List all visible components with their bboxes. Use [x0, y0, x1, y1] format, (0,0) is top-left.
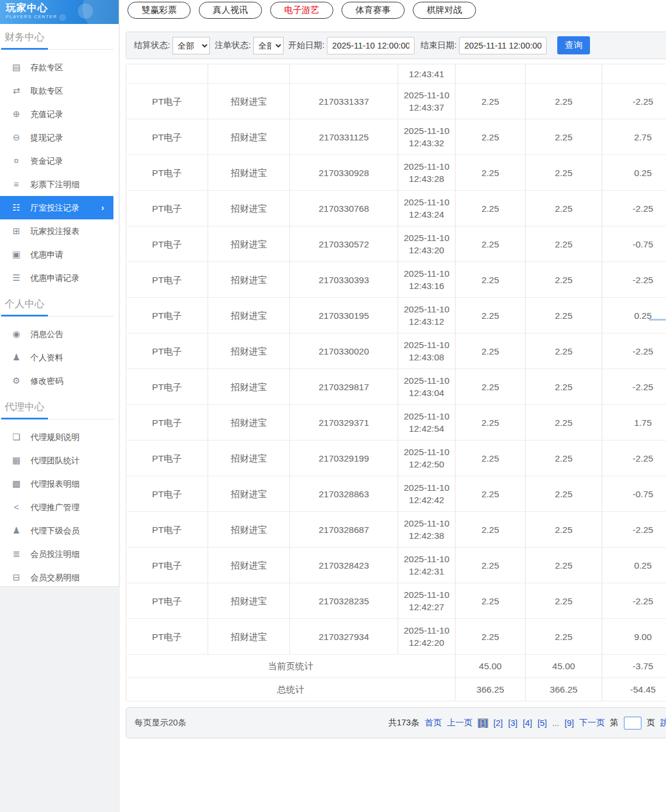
member-bet-detail-icon: ≣ [12, 542, 21, 566]
header-decoration-circle [78, 4, 93, 19]
table-row: PT电子招财进宝21703288632025-11-1012:42:422.25… [126, 476, 666, 512]
sidebar-item-members[interactable]: ♟代理下级会员 [0, 519, 119, 542]
cell-game-type: PT电子 [126, 619, 208, 655]
tab-电子游艺[interactable]: 电子游艺 [270, 2, 333, 19]
time-clock: 12:43:32 [398, 137, 455, 149]
cell-valid-bet: 2.25 [526, 262, 602, 298]
withdrawal-record-icon: ⊖ [12, 126, 21, 149]
sidebar-item-label: 消息公告 [30, 329, 63, 339]
sidebar-item-withdrawal-record[interactable]: ⊖提现记录 [0, 126, 119, 149]
time-clock: 12:42:50 [398, 458, 455, 470]
time-date: 2025-11-10 [398, 517, 455, 529]
time-date: 2025-11-10 [398, 89, 455, 101]
settle-status-label: 结算状态: [134, 40, 170, 51]
cell-order-no: 2170328235 [290, 583, 398, 619]
cell-time: 2025-11-1012:42:42 [398, 476, 455, 512]
tab-真人视讯[interactable]: 真人视讯 [199, 2, 262, 19]
sidebar-section-underline [0, 418, 114, 419]
cell-game-name: 招财进宝 [208, 369, 290, 405]
pagination-controls: 共173条首页上一页[1][2][3][4][5]...[9]下一页第页跳转 [388, 717, 666, 730]
cell-profit: -2.25 [602, 369, 666, 405]
cell-time: 2025-11-1012:42:50 [398, 441, 455, 476]
sidebar-item-team-stats[interactable]: ▦代理团队统计 [0, 449, 119, 472]
time-clock: 12:43:04 [398, 387, 455, 399]
cell-profit: 1.75 [602, 405, 666, 441]
cell-game-type: PT电子 [126, 262, 208, 298]
sidebar-item-label: 代理规则说明 [30, 432, 80, 442]
sidebar-item-deposit-card[interactable]: ▤存款专区 [0, 56, 119, 79]
sidebar-sections: 财务中心▤存款专区⇄取款专区⊕充值记录⊖提现记录¤资金记录≡彩票下注明细☷厅室投… [0, 24, 119, 590]
query-button[interactable]: 查询 [557, 36, 590, 54]
pagination-page-link[interactable]: [3] [508, 718, 517, 728]
pagination-nav-link[interactable]: 上一页 [447, 717, 472, 728]
cell-time: 2025-11-1012:42:54 [398, 405, 455, 441]
sidebar-item-label: 玩家投注报表 [30, 226, 80, 236]
start-date-input[interactable] [327, 37, 415, 54]
team-stats-icon: ▦ [12, 449, 21, 472]
sidebar-item-bell[interactable]: ◉消息公告 [0, 322, 119, 346]
sidebar-item-promo-apply[interactable]: ▣优惠申请 [0, 243, 119, 266]
main-content: 雙赢彩票真人视讯电子游艺体育赛事棋牌对战 结算状态: 全部 注单状态: 全部 开… [120, 0, 666, 812]
tab-棋牌对战[interactable]: 棋牌对战 [413, 2, 476, 19]
cell-order-no: 2170331125 [290, 119, 398, 155]
sidebar-item-recharge-record[interactable]: ⊕充值记录 [0, 102, 119, 126]
sidebar-item-hall-bet-record[interactable]: ☷厅室投注记录› [0, 196, 113, 219]
tab-体育赛事[interactable]: 体育赛事 [341, 2, 405, 19]
cell-bet: 2.25 [455, 298, 526, 333]
pagination-page-link[interactable]: [5] [537, 718, 547, 728]
cell-game-type: PT电子 [126, 119, 208, 155]
sidebar-item-label: 取款专区 [30, 86, 63, 95]
sidebar-item-label: 彩票下注明细 [30, 180, 80, 189]
sidebar-item-player-bet-report[interactable]: ⊞玩家投注报表 [0, 219, 119, 243]
sidebar-item-profile-person[interactable]: ♟个人资料 [0, 346, 119, 369]
cell-bet: 2.25 [455, 548, 526, 583]
sidebar-item-member-trade-detail[interactable]: ⊟会员交易明细 [0, 566, 119, 589]
end-date-input[interactable] [459, 37, 547, 54]
time-clock: 12:42:31 [398, 565, 455, 577]
cell-game-type: PT电子 [126, 155, 208, 191]
sidebar-item-promo-apply-record[interactable]: ☰优惠申请记录 [0, 266, 119, 290]
pagination-page-link[interactable]: [2] [494, 718, 503, 728]
sidebar-item-funds-record[interactable]: ¤资金记录 [0, 149, 119, 173]
sidebar-item-list: ❏代理规则说明▦代理团队统计▩代理报表明细<代理推广管理♟代理下级会员≣会员投注… [0, 419, 119, 590]
page-jump-button[interactable]: 跳转 [660, 717, 666, 728]
pagination-page-link[interactable]: [4] [523, 718, 532, 728]
sidebar-item-label: 会员投注明细 [30, 549, 80, 559]
sidebar-item-report-detail[interactable]: ▩代理报表明细 [0, 472, 119, 496]
cell-profit: -2.25 [602, 262, 666, 298]
sidebar-item-gear[interactable]: ⚙修改密码 [0, 369, 119, 393]
cell-game-type: PT电子 [126, 583, 208, 619]
horizontal-scrollbar-thumb[interactable] [649, 319, 666, 321]
settle-status-select[interactable]: 全部 [172, 37, 210, 54]
sidebar-item-label: 厅室投注记录 [30, 203, 80, 212]
cell-order-no: 2170331337 [290, 84, 398, 119]
sidebar-item-label: 优惠申请记录 [30, 273, 80, 283]
pagination-nav-link[interactable]: 首页 [425, 717, 441, 728]
cell-profit: -2.25 [602, 191, 666, 226]
table-row: PT电子招财进宝21703291992025-11-1012:42:502.25… [126, 441, 666, 476]
cell-valid-bet: 2.25 [526, 119, 602, 155]
order-status-select[interactable]: 全部 [253, 37, 284, 54]
pagination-page-link[interactable]: [9] [564, 718, 574, 728]
sidebar-item-member-bet-detail[interactable]: ≣会员投注明细 [0, 542, 119, 566]
cell-profit: -2.25 [602, 512, 666, 548]
sidebar-item-lottery-bet-detail[interactable]: ≡彩票下注明细 [0, 173, 119, 196]
time-clock: 12:43:16 [398, 280, 455, 292]
sidebar-item-document[interactable]: ❏代理规则说明 [0, 425, 119, 449]
tab-雙赢彩票[interactable]: 雙赢彩票 [127, 2, 191, 19]
page-jump-input[interactable] [624, 717, 641, 730]
sidebar-item-withdraw-hand[interactable]: ⇄取款专区 [0, 79, 119, 102]
cell-order-no: 2170330768 [290, 191, 398, 226]
withdraw-hand-icon: ⇄ [12, 79, 21, 102]
cell-game-name: 招财进宝 [208, 226, 290, 262]
order-status-label: 注单状态: [215, 40, 251, 51]
sidebar-item-share[interactable]: <代理推广管理 [0, 496, 119, 519]
pagination-nav-link[interactable]: 下一页 [579, 717, 605, 728]
cell-bet: 2.25 [455, 476, 526, 512]
cell-game-name: 招财进宝 [208, 155, 290, 191]
time-clock: 12:42:27 [398, 601, 455, 613]
pagination-page-current[interactable]: [1] [478, 718, 488, 728]
table-row: PT电子招财进宝21703279342025-11-1012:42:202.25… [126, 619, 666, 655]
bet-records-table: 12:43:41PT电子招财进宝21703313372025-11-1012:4… [126, 64, 666, 701]
cell-time: 2025-11-1012:43:16 [398, 262, 455, 298]
